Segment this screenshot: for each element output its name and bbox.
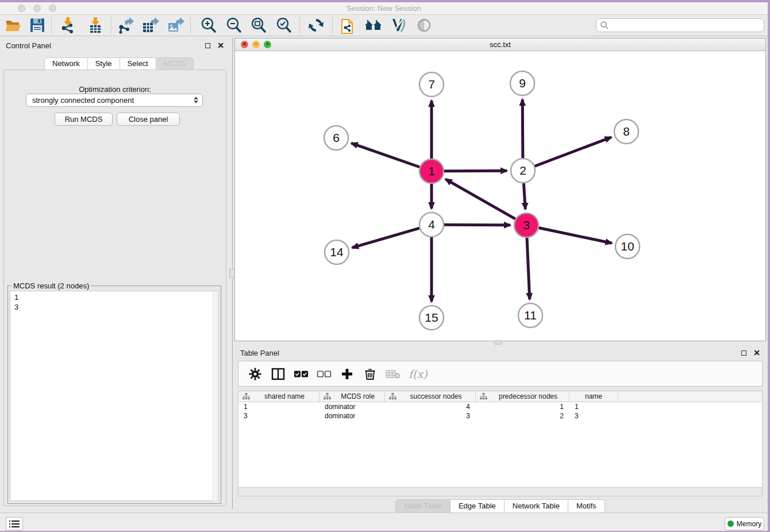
status-bar: Memory <box>0 512 768 531</box>
mcds-result-text[interactable]: 1 3 <box>10 291 218 501</box>
cell-MCDS-role[interactable]: dominator <box>319 402 385 411</box>
open-session-icon[interactable] <box>3 16 24 35</box>
close-table-panel-icon[interactable]: ✕ <box>753 350 760 356</box>
graph-node-label: 1 <box>428 164 435 178</box>
select-all-checkboxes-icon[interactable] <box>294 367 309 381</box>
toolbar-separator <box>332 17 333 33</box>
zoom-in-icon[interactable] <box>198 16 219 35</box>
control-panel-title: Control Panel <box>6 41 51 50</box>
graph-edge-4-3[interactable] <box>444 225 510 225</box>
cell-predecessor-nodes[interactable]: 2 <box>476 411 569 421</box>
deselect-all-checkboxes-icon[interactable] <box>317 367 332 381</box>
hierarchy-icon <box>389 393 396 400</box>
table-row[interactable]: 1dominator411 <box>238 402 762 411</box>
function-builder-icon[interactable]: f(x) <box>409 368 428 380</box>
import-network-icon[interactable] <box>57 16 78 35</box>
table-tabs: Node Table Edge Table Network Table Moti… <box>234 499 766 513</box>
hide-panel-eye-icon[interactable] <box>414 16 434 35</box>
cell-successor-nodes[interactable]: 3 <box>385 411 476 421</box>
graph-node-label: 8 <box>623 125 630 138</box>
tab-network[interactable]: Network <box>44 57 88 70</box>
graph-edge-3-1[interactable] <box>445 179 515 219</box>
new-network-from-file-icon[interactable] <box>338 16 359 35</box>
maximize-network-button[interactable]: + <box>264 41 271 48</box>
close-panel-icon[interactable]: ✕ <box>217 43 224 48</box>
task-history-button[interactable] <box>6 517 23 530</box>
cell-MCDS-role[interactable]: dominator <box>319 411 385 421</box>
optimization-criterion-select[interactable]: strongly connected component <box>26 94 203 107</box>
tab-node-table[interactable]: Node Table <box>395 499 451 513</box>
tab-motifs[interactable]: Motifs <box>568 499 605 513</box>
save-session-icon[interactable] <box>27 16 48 35</box>
export-table-icon[interactable] <box>140 16 161 35</box>
two-columns-icon[interactable] <box>271 367 286 381</box>
graph-edge-1-2[interactable] <box>444 171 507 171</box>
add-row-icon[interactable] <box>340 367 355 381</box>
refresh-icon[interactable] <box>306 16 326 35</box>
close-panel-button[interactable]: Close panel <box>117 113 180 126</box>
close-network-button[interactable]: ✕ <box>241 41 248 48</box>
search-input[interactable] <box>609 20 764 30</box>
export-network-icon[interactable] <box>116 16 136 35</box>
horizontal-splitter-handle[interactable] <box>494 340 502 345</box>
memory-button[interactable]: Memory <box>725 517 764 530</box>
minimize-window-button[interactable] <box>33 5 41 12</box>
column-header-successor-nodes[interactable]: successor nodes <box>385 391 476 402</box>
network-graph[interactable]: 7968124314101511 <box>235 51 765 341</box>
tab-style[interactable]: Style <box>88 57 120 70</box>
table-horizontal-scrollbar[interactable] <box>238 487 763 496</box>
column-header-shared-name[interactable]: shared name <box>238 391 319 402</box>
tab-select[interactable]: Select <box>120 57 156 70</box>
graph-edge-2-8[interactable] <box>535 137 611 166</box>
cell-shared-name[interactable]: 3 <box>238 411 319 421</box>
graph-edge-2-9[interactable] <box>522 99 523 158</box>
graph-edge-4-14[interactable] <box>352 228 419 248</box>
column-header-predecessor-nodes[interactable]: predecessor nodes <box>476 391 569 402</box>
cell-successor-nodes[interactable]: 4 <box>385 402 476 411</box>
export-image-icon[interactable] <box>165 16 186 35</box>
window-controls <box>18 5 56 12</box>
delete-row-trash-icon[interactable] <box>363 367 378 381</box>
memory-label: Memory <box>737 520 761 528</box>
mcds-tab-pane: Optimization criterion: strongly connect… <box>3 70 226 506</box>
column-header-name[interactable]: name <box>569 391 618 402</box>
table-body: 1dominator4113dominator323 <box>238 402 762 421</box>
tab-mcds[interactable]: MCDS <box>156 57 194 70</box>
graph-edge-3-11[interactable] <box>527 238 530 299</box>
search-box[interactable] <box>596 18 764 32</box>
toolbar-separator <box>299 17 300 33</box>
mcds-result-group: MCDS result (2 nodes) 1 3 <box>7 286 221 504</box>
tab-edge-table[interactable]: Edge Table <box>451 499 505 513</box>
close-window-button[interactable] <box>18 5 25 12</box>
graph-node-label: 7 <box>428 78 435 91</box>
delete-table-icon[interactable] <box>386 367 401 381</box>
scrollbar[interactable] <box>213 292 217 501</box>
zoom-window-button[interactable] <box>49 5 56 12</box>
cell-name[interactable]: 1 <box>569 402 618 411</box>
vizmapper-icon[interactable] <box>388 16 409 35</box>
table-toolbar: f(x) <box>238 361 763 387</box>
tab-network-table[interactable]: Network Table <box>505 499 568 513</box>
optimization-criterion-value: strongly connected component <box>32 96 134 105</box>
cell-predecessor-nodes[interactable]: 1 <box>476 402 569 411</box>
zoom-fit-icon[interactable] <box>248 16 269 35</box>
float-panel-icon[interactable] <box>205 43 210 48</box>
run-mcds-button[interactable]: Run MCDS <box>55 113 113 126</box>
cell-name[interactable]: 3 <box>569 411 618 421</box>
graph-edge-2-3[interactable] <box>523 183 525 209</box>
optimization-criterion-label: Optimization criterion: <box>4 85 226 94</box>
zoom-selected-icon[interactable] <box>274 16 294 35</box>
column-header-MCDS-role[interactable]: MCDS role <box>319 391 385 402</box>
show-all-networks-icon[interactable] <box>363 16 384 35</box>
graph-node-label: 9 <box>519 76 526 90</box>
zoom-out-icon[interactable] <box>224 16 244 35</box>
import-table-icon[interactable] <box>85 16 106 35</box>
graph-edge-1-6[interactable] <box>351 143 419 167</box>
table-row[interactable]: 3dominator323 <box>238 411 762 421</box>
graph-edge-3-10[interactable] <box>539 228 612 244</box>
gear-icon[interactable] <box>248 367 263 381</box>
minimize-network-button[interactable]: − <box>252 41 260 48</box>
cell-shared-name[interactable]: 1 <box>238 402 319 411</box>
node-table[interactable]: shared nameMCDS rolesuccessor nodesprede… <box>238 391 763 487</box>
float-table-panel-icon[interactable] <box>741 350 746 356</box>
